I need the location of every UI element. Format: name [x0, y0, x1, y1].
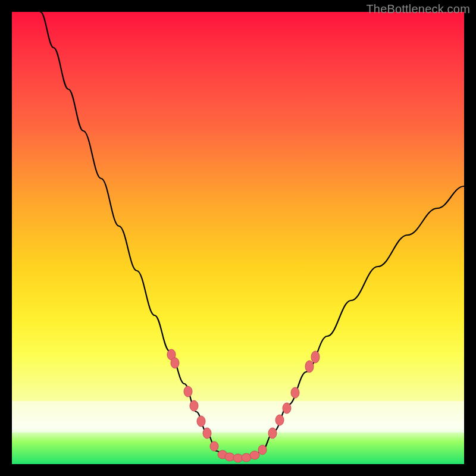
curve-marker: [203, 428, 211, 439]
bottleneck-curve: [12, 12, 464, 464]
curve-marker: [171, 358, 179, 368]
curve-marker: [258, 445, 267, 455]
watermark-text: TheBottleneck.com: [366, 2, 470, 16]
curve-marker: [283, 403, 291, 414]
curve-marker: [225, 453, 234, 461]
plot-area: [12, 12, 464, 464]
curve-marker: [197, 416, 205, 427]
curve-marker: [210, 441, 218, 451]
curve-left-branch: [40, 12, 217, 451]
curve-marker: [250, 451, 259, 459]
curve-marker: [268, 428, 277, 439]
curve-marker: [184, 386, 192, 397]
curve-markers: [167, 349, 320, 462]
curve-marker: [305, 361, 314, 372]
curve-marker: [275, 415, 284, 425]
curve-marker: [291, 387, 299, 398]
curve-marker: [190, 400, 198, 411]
curve-marker: [311, 351, 320, 363]
curve-right-branch: [262, 186, 464, 451]
chart-frame: TheBottleneck.com: [0, 0, 476, 476]
